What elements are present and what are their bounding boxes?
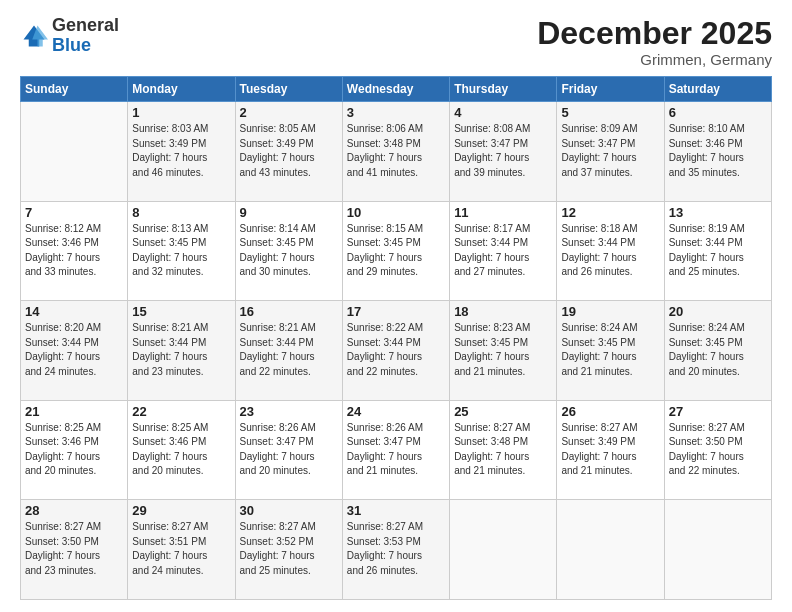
table-row: 3Sunrise: 8:06 AMSunset: 3:48 PMDaylight… (342, 102, 449, 202)
header-monday: Monday (128, 77, 235, 102)
day-info: Sunrise: 8:21 AMSunset: 3:44 PMDaylight:… (240, 321, 338, 379)
day-number: 9 (240, 205, 338, 220)
day-number: 5 (561, 105, 659, 120)
day-info: Sunrise: 8:05 AMSunset: 3:49 PMDaylight:… (240, 122, 338, 180)
day-number: 3 (347, 105, 445, 120)
calendar-week-row: 14Sunrise: 8:20 AMSunset: 3:44 PMDayligh… (21, 301, 772, 401)
day-number: 11 (454, 205, 552, 220)
table-row: 9Sunrise: 8:14 AMSunset: 3:45 PMDaylight… (235, 201, 342, 301)
table-row: 2Sunrise: 8:05 AMSunset: 3:49 PMDaylight… (235, 102, 342, 202)
table-row: 12Sunrise: 8:18 AMSunset: 3:44 PMDayligh… (557, 201, 664, 301)
table-row: 21Sunrise: 8:25 AMSunset: 3:46 PMDayligh… (21, 400, 128, 500)
day-number: 24 (347, 404, 445, 419)
day-number: 31 (347, 503, 445, 518)
day-number: 29 (132, 503, 230, 518)
logo-general-text: General (52, 15, 119, 35)
day-info: Sunrise: 8:24 AMSunset: 3:45 PMDaylight:… (561, 321, 659, 379)
day-number: 1 (132, 105, 230, 120)
day-number: 15 (132, 304, 230, 319)
day-info: Sunrise: 8:17 AMSunset: 3:44 PMDaylight:… (454, 222, 552, 280)
day-info: Sunrise: 8:27 AMSunset: 3:50 PMDaylight:… (669, 421, 767, 479)
day-info: Sunrise: 8:09 AMSunset: 3:47 PMDaylight:… (561, 122, 659, 180)
day-info: Sunrise: 8:25 AMSunset: 3:46 PMDaylight:… (132, 421, 230, 479)
day-number: 25 (454, 404, 552, 419)
day-number: 26 (561, 404, 659, 419)
header-thursday: Thursday (450, 77, 557, 102)
logo-icon (20, 22, 48, 50)
day-number: 21 (25, 404, 123, 419)
table-row: 23Sunrise: 8:26 AMSunset: 3:47 PMDayligh… (235, 400, 342, 500)
day-number: 27 (669, 404, 767, 419)
table-row: 7Sunrise: 8:12 AMSunset: 3:46 PMDaylight… (21, 201, 128, 301)
day-number: 18 (454, 304, 552, 319)
table-row: 10Sunrise: 8:15 AMSunset: 3:45 PMDayligh… (342, 201, 449, 301)
day-number: 10 (347, 205, 445, 220)
day-number: 13 (669, 205, 767, 220)
day-info: Sunrise: 8:13 AMSunset: 3:45 PMDaylight:… (132, 222, 230, 280)
table-row (557, 500, 664, 600)
table-row: 11Sunrise: 8:17 AMSunset: 3:44 PMDayligh… (450, 201, 557, 301)
table-row: 19Sunrise: 8:24 AMSunset: 3:45 PMDayligh… (557, 301, 664, 401)
day-number: 12 (561, 205, 659, 220)
day-number: 28 (25, 503, 123, 518)
header-wednesday: Wednesday (342, 77, 449, 102)
day-number: 30 (240, 503, 338, 518)
table-row: 26Sunrise: 8:27 AMSunset: 3:49 PMDayligh… (557, 400, 664, 500)
day-info: Sunrise: 8:14 AMSunset: 3:45 PMDaylight:… (240, 222, 338, 280)
table-row: 8Sunrise: 8:13 AMSunset: 3:45 PMDaylight… (128, 201, 235, 301)
table-row: 6Sunrise: 8:10 AMSunset: 3:46 PMDaylight… (664, 102, 771, 202)
day-info: Sunrise: 8:27 AMSunset: 3:49 PMDaylight:… (561, 421, 659, 479)
table-row: 13Sunrise: 8:19 AMSunset: 3:44 PMDayligh… (664, 201, 771, 301)
day-number: 7 (25, 205, 123, 220)
table-row: 20Sunrise: 8:24 AMSunset: 3:45 PMDayligh… (664, 301, 771, 401)
day-info: Sunrise: 8:19 AMSunset: 3:44 PMDaylight:… (669, 222, 767, 280)
day-number: 4 (454, 105, 552, 120)
day-info: Sunrise: 8:21 AMSunset: 3:44 PMDaylight:… (132, 321, 230, 379)
day-number: 19 (561, 304, 659, 319)
table-row: 31Sunrise: 8:27 AMSunset: 3:53 PMDayligh… (342, 500, 449, 600)
day-info: Sunrise: 8:08 AMSunset: 3:47 PMDaylight:… (454, 122, 552, 180)
header-friday: Friday (557, 77, 664, 102)
logo-text: General Blue (52, 16, 119, 56)
table-row: 22Sunrise: 8:25 AMSunset: 3:46 PMDayligh… (128, 400, 235, 500)
logo: General Blue (20, 16, 119, 56)
day-info: Sunrise: 8:22 AMSunset: 3:44 PMDaylight:… (347, 321, 445, 379)
day-info: Sunrise: 8:12 AMSunset: 3:46 PMDaylight:… (25, 222, 123, 280)
day-info: Sunrise: 8:23 AMSunset: 3:45 PMDaylight:… (454, 321, 552, 379)
table-row (450, 500, 557, 600)
table-row (21, 102, 128, 202)
day-info: Sunrise: 8:24 AMSunset: 3:45 PMDaylight:… (669, 321, 767, 379)
table-row: 25Sunrise: 8:27 AMSunset: 3:48 PMDayligh… (450, 400, 557, 500)
day-number: 14 (25, 304, 123, 319)
day-number: 2 (240, 105, 338, 120)
day-info: Sunrise: 8:27 AMSunset: 3:51 PMDaylight:… (132, 520, 230, 578)
title-block: December 2025 Grimmen, Germany (537, 16, 772, 68)
table-row: 18Sunrise: 8:23 AMSunset: 3:45 PMDayligh… (450, 301, 557, 401)
header: General Blue December 2025 Grimmen, Germ… (20, 16, 772, 68)
table-row: 4Sunrise: 8:08 AMSunset: 3:47 PMDaylight… (450, 102, 557, 202)
logo-blue-text: Blue (52, 35, 91, 55)
header-saturday: Saturday (664, 77, 771, 102)
calendar-week-row: 1Sunrise: 8:03 AMSunset: 3:49 PMDaylight… (21, 102, 772, 202)
day-number: 22 (132, 404, 230, 419)
calendar-table: Sunday Monday Tuesday Wednesday Thursday… (20, 76, 772, 600)
day-info: Sunrise: 8:18 AMSunset: 3:44 PMDaylight:… (561, 222, 659, 280)
calendar-week-row: 7Sunrise: 8:12 AMSunset: 3:46 PMDaylight… (21, 201, 772, 301)
table-row: 28Sunrise: 8:27 AMSunset: 3:50 PMDayligh… (21, 500, 128, 600)
weekday-header-row: Sunday Monday Tuesday Wednesday Thursday… (21, 77, 772, 102)
day-number: 16 (240, 304, 338, 319)
day-info: Sunrise: 8:27 AMSunset: 3:52 PMDaylight:… (240, 520, 338, 578)
day-info: Sunrise: 8:20 AMSunset: 3:44 PMDaylight:… (25, 321, 123, 379)
day-number: 23 (240, 404, 338, 419)
day-number: 17 (347, 304, 445, 319)
table-row: 30Sunrise: 8:27 AMSunset: 3:52 PMDayligh… (235, 500, 342, 600)
day-info: Sunrise: 8:15 AMSunset: 3:45 PMDaylight:… (347, 222, 445, 280)
location-subtitle: Grimmen, Germany (537, 51, 772, 68)
table-row: 17Sunrise: 8:22 AMSunset: 3:44 PMDayligh… (342, 301, 449, 401)
day-info: Sunrise: 8:25 AMSunset: 3:46 PMDaylight:… (25, 421, 123, 479)
day-info: Sunrise: 8:26 AMSunset: 3:47 PMDaylight:… (347, 421, 445, 479)
table-row: 24Sunrise: 8:26 AMSunset: 3:47 PMDayligh… (342, 400, 449, 500)
table-row: 5Sunrise: 8:09 AMSunset: 3:47 PMDaylight… (557, 102, 664, 202)
day-info: Sunrise: 8:06 AMSunset: 3:48 PMDaylight:… (347, 122, 445, 180)
table-row: 27Sunrise: 8:27 AMSunset: 3:50 PMDayligh… (664, 400, 771, 500)
